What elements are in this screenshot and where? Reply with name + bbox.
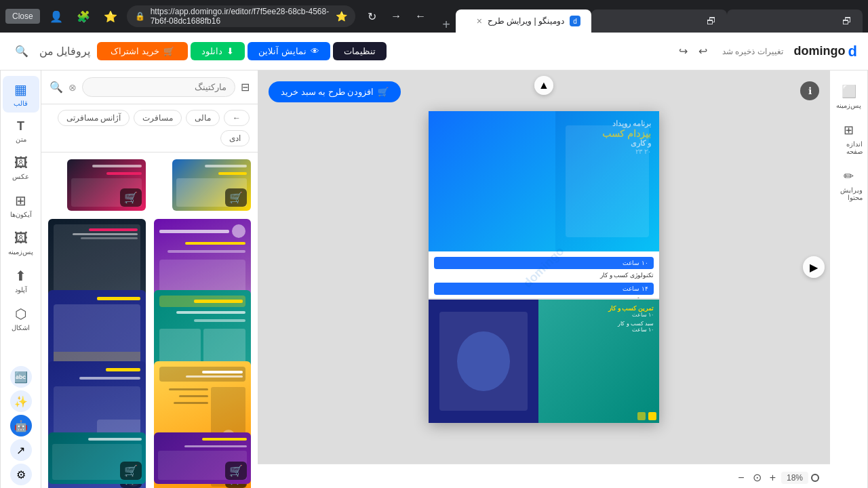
address-bar[interactable]: 🔒 https://app.domingo.ir/editor/f7f5ee28… — [127, 5, 356, 27]
download-btn[interactable]: ⬇ دانلود — [191, 42, 245, 60]
forward-btn[interactable]: → — [385, 5, 407, 27]
background-icon: ⬜ — [842, 84, 856, 99]
settings-btn[interactable]: تنظیمات — [333, 42, 387, 60]
scroll-right-arrow[interactable]: ▶ — [803, 256, 825, 278]
template-cart-icon[interactable]: 🛒 — [120, 188, 142, 207]
template-card[interactable]: 🛒 — [47, 431, 147, 485]
preview-btn[interactable]: 👁 نمایش آنلاین — [248, 42, 330, 60]
active-tab[interactable]: d دومینگو | ویرایش طرح × — [456, 9, 591, 33]
add-to-cart-btn[interactable]: 🛒 افزودن طرح به سبد خرید — [269, 81, 401, 102]
logo-text: domingo — [794, 44, 846, 58]
tab-title: دومینگو | ویرایش طرح — [488, 16, 564, 26]
tool-upload[interactable]: ⬆ آپلود — [3, 262, 39, 299]
template-search-input[interactable] — [82, 77, 235, 97]
refresh-btn[interactable]: ↻ — [361, 5, 382, 27]
category-travel-agency[interactable]: آژانس مسافرتی — [58, 110, 130, 126]
tool-template[interactable]: ▦ قالب — [3, 76, 39, 113]
template-cart-icon[interactable]: 🛒 — [225, 188, 247, 207]
category-mali[interactable]: مالی — [186, 110, 220, 126]
tool-icons[interactable]: ⊞ آیکون‌ها — [3, 187, 39, 224]
tab-close-btn[interactable]: × — [477, 16, 482, 26]
new-tab-1[interactable]: 🗗 — [727, 9, 863, 33]
sidebar-edit-content[interactable]: ✏ ویرایش محتوا — [833, 163, 865, 207]
bookmark-btn[interactable]: ⭐ — [100, 5, 121, 27]
browser-controls: ← → ↻ — [361, 5, 431, 27]
template-cart-icon[interactable]: 🛒 — [225, 462, 247, 480]
nav-actions: تنظیمات 👁 نمایش آنلاین ⬇ دانلود 🛒 خرید ا… — [11, 42, 387, 60]
template-search: ⊟ ⊗ 🔍 — [41, 70, 258, 104]
zoom-indicator — [811, 474, 819, 482]
nav-prev-btn[interactable]: ← — [224, 110, 250, 126]
tool-icons-label: آیکون‌ها — [10, 211, 32, 218]
category-adi[interactable]: ادی — [220, 130, 250, 146]
canvas-container: برنامه رویداد بیزدام کسب و کاری ۲۰ ۲۳ — [258, 70, 830, 488]
search-clear-icon[interactable]: ⊗ — [68, 82, 77, 93]
page-size-icon: ⊞ — [844, 123, 854, 138]
filter-btn[interactable]: ⊟ — [241, 81, 250, 94]
ai-assist-btn[interactable]: 🤖 — [10, 415, 32, 436]
profile-menu-btn[interactable]: پروفایل من — [35, 42, 94, 60]
tool-text[interactable]: T متن — [3, 114, 39, 148]
tool-template-label: قالب — [14, 100, 28, 107]
logo: d domingo — [794, 43, 857, 60]
zoom-out-btn[interactable]: − — [735, 470, 747, 485]
zoom-level: 18% — [781, 472, 808, 484]
subscribe-label: خرید اشتراک — [111, 46, 159, 56]
scroll-up-arrow[interactable]: ▲ — [534, 76, 553, 95]
zoom-in-btn[interactable]: + — [767, 470, 778, 485]
search-icon-btn[interactable]: 🔍 — [11, 42, 33, 60]
tool-background[interactable]: 🖼 پس‌زمینه — [3, 225, 39, 261]
template-card[interactable]: 🛒 — [66, 158, 147, 212]
search-icon[interactable]: 🔍 — [50, 81, 63, 94]
shapes-icon: ⬡ — [15, 306, 26, 322]
tool-shapes-label: اشکال — [12, 324, 30, 331]
close-btn[interactable]: Close — [5, 9, 40, 24]
template-grid: 🛒 🛒 — [41, 152, 258, 488]
category-travel[interactable]: مسافرت — [134, 110, 182, 126]
app-layout: d domingo تغییرات ذخیره شد ↩ ↪ تنظیمات 👁… — [0, 33, 868, 488]
subscribe-btn[interactable]: 🛒 خرید اشتراک — [97, 42, 188, 60]
zoom-fit-btn[interactable]: ⊙ — [750, 470, 764, 485]
sidebar-page-size[interactable]: ⊞ اندازه صفحه — [833, 117, 865, 161]
ai-translate-btn[interactable]: 🔤 — [10, 366, 32, 388]
profile-btn[interactable]: 👤 — [45, 5, 67, 27]
template-icon: ▦ — [14, 81, 27, 98]
ai-magic-btn[interactable]: ✨ — [10, 390, 32, 412]
tool-text-label: متن — [16, 136, 26, 143]
extension-btn[interactable]: 🧩 — [73, 5, 94, 27]
right-tools: ▦ قالب T متن 🖼 عکس ⊞ آیکون‌ها 🖼 پس‌زمینه… — [0, 70, 41, 488]
edit-icon: ✏ — [844, 169, 854, 184]
bottom-bar: 18% + ⊙ − — [258, 464, 830, 488]
left-sidebar: ⬜ پس‌زمینه ⊞ اندازه صفحه ✏ ویرایش محتوا — [830, 70, 868, 488]
template-cart-icon[interactable]: 🛒 — [120, 462, 142, 480]
template-card[interactable]: 🛒 — [153, 431, 253, 485]
canvas-design: برنامه رویداد بیزدام کسب و کاری ۲۰ ۲۳ — [429, 111, 659, 423]
sidebar-background[interactable]: ⬜ پس‌زمینه — [833, 79, 865, 115]
settings-side-btn[interactable]: ⚙ — [10, 464, 32, 485]
back-btn[interactable]: ← — [410, 5, 431, 27]
logo-d: d — [848, 43, 857, 60]
external-link-btn[interactable]: ↗ — [10, 439, 32, 461]
download-icon: ⬇ — [226, 46, 234, 56]
upload-icon: ⬆ — [15, 268, 26, 284]
undo-btn[interactable]: ↩ — [694, 42, 711, 60]
redo-btn[interactable]: ↪ — [675, 42, 692, 60]
template-card[interactable]: 🛒 — [171, 158, 252, 212]
tool-photo[interactable]: 🖼 عکس — [3, 150, 39, 186]
tool-photo-label: عکس — [12, 173, 29, 180]
background-label: پس‌زمینه — [836, 102, 861, 109]
tab-favicon: d — [570, 16, 580, 26]
text-icon: T — [17, 119, 24, 134]
browser-chrome: 🗗 🗗 d دومینگو | ویرایش طرح × + ← → ↻ 🔒 h… — [0, 0, 868, 33]
eye-icon: 👁 — [311, 46, 319, 56]
cart-icon: 🛒 — [378, 87, 389, 97]
canvas-area: برنامه رویداد بیزدام کسب و کاری ۲۰ ۲۳ — [258, 70, 830, 464]
browser-tabs: 🗗 🗗 d دومینگو | ویرایش طرح × + — [437, 0, 863, 33]
new-tab-btn[interactable]: + — [437, 17, 456, 33]
info-btn[interactable]: ℹ — [800, 81, 819, 100]
add-to-cart-label: افزودن طرح به سبد خرید — [281, 87, 374, 97]
template-panel: ⊟ ⊗ 🔍 ← مالی مسافرت آژانس مسافرتی ادی — [41, 70, 258, 488]
tool-shapes[interactable]: ⬡ اشکال — [3, 300, 39, 337]
photo-icon: 🖼 — [14, 155, 28, 171]
new-tab-2[interactable]: 🗗 — [591, 9, 727, 33]
